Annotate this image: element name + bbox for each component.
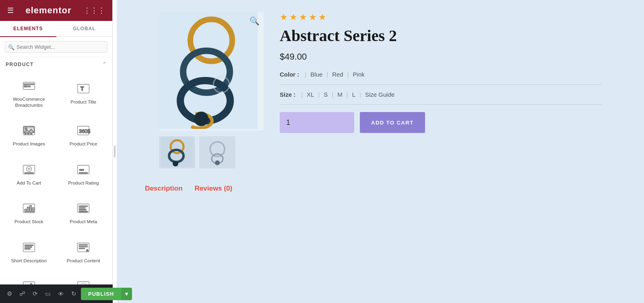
size-divider — [280, 104, 602, 105]
svg-point-62 — [215, 160, 220, 165]
widget-product-stock[interactable]: Product Stock — [2, 193, 56, 230]
size-s[interactable]: S — [324, 91, 328, 98]
svg-rect-35 — [25, 247, 32, 247]
star-2: ★ — [289, 12, 297, 23]
tab-description[interactable]: Description — [145, 185, 183, 195]
resize-handle[interactable] — [113, 0, 117, 303]
history-button[interactable]: ⟳ — [30, 288, 41, 299]
publish-arrow-button[interactable]: ▼ — [121, 288, 132, 300]
svg-rect-22 — [79, 172, 88, 173]
svg-rect-11 — [27, 133, 29, 134]
svg-rect-34 — [25, 245, 33, 245]
color-sep-2: | — [326, 71, 328, 78]
color-pink[interactable]: Pink — [353, 71, 365, 78]
main-content: 🔍 — [117, 0, 644, 303]
product-thumbnails — [159, 136, 264, 168]
product-images-column: 🔍 — [159, 12, 264, 168]
widget-product-content[interactable]: A Product Content — [57, 232, 110, 270]
size-l[interactable]: L — [352, 91, 355, 98]
product-rating-icon: *** — [74, 162, 93, 178]
product-meta-icon — [74, 200, 93, 216]
grid-icon[interactable]: ⋮⋮⋮ — [83, 6, 105, 15]
widget-short-description[interactable]: Short Description — [2, 232, 56, 270]
svg-text:***: *** — [79, 168, 84, 172]
add-to-cart-button[interactable]: ADD TO CART — [360, 112, 425, 133]
star-3: ★ — [299, 12, 307, 23]
color-blue[interactable]: Blue — [310, 71, 322, 78]
svg-text:360$: 360$ — [79, 129, 90, 135]
short-description-icon — [19, 239, 39, 255]
product-svg-art — [159, 12, 258, 129]
preview-button[interactable]: 👁 — [55, 288, 67, 299]
product-details-column: ★ ★ ★ ★ ★ Abstract Series 2 $49.00 Color… — [280, 12, 602, 168]
size-sep-4: | — [359, 91, 361, 98]
size-xl[interactable]: XL — [307, 91, 314, 98]
layers-button[interactable]: ☍ — [17, 288, 28, 299]
widget-label: WooCommerce Breadcrumbs — [6, 96, 52, 108]
product-content-icon: A — [74, 239, 93, 255]
search-input[interactable] — [5, 41, 107, 53]
breadcrumb-icon: ≡ — [19, 78, 39, 94]
svg-rect-10 — [24, 133, 26, 134]
search-icon: 🔍 — [8, 44, 14, 50]
widget-label: Short Description — [11, 258, 47, 264]
svg-rect-39 — [79, 246, 88, 247]
color-divider — [280, 84, 602, 85]
bottom-toolbar: ⚙ ☍ ⟳ ▭ 👁 ↻ PUBLISH ▼ — [0, 284, 113, 303]
widget-product-title[interactable]: T Product Title — [57, 71, 110, 114]
widget-product-images[interactable]: Product Images — [2, 115, 56, 153]
product-price-icon: 360$ — [74, 122, 93, 139]
svg-rect-2 — [24, 83, 34, 85]
star-4: ★ — [309, 12, 317, 23]
svg-point-53 — [194, 112, 208, 126]
widget-product-meta[interactable]: Product Meta — [57, 193, 110, 230]
color-red[interactable]: Red — [332, 71, 343, 78]
size-sep-1: | — [318, 91, 320, 98]
widget-woocommerce-breadcrumbs[interactable]: ≡ WooCommerce Breadcrumbs — [2, 71, 56, 114]
tab-global[interactable]: GLOBAL — [56, 21, 113, 36]
size-m[interactable]: M — [337, 91, 343, 98]
widget-label: Product Meta — [70, 219, 97, 225]
widget-label: Product Stock — [14, 219, 43, 225]
widget-product-price[interactable]: 360$ Product Price — [57, 115, 110, 153]
sidebar-tabs: ELEMENTS GLOBAL — [0, 21, 112, 37]
svg-rect-29 — [79, 206, 88, 207]
svg-text:T: T — [80, 86, 84, 92]
zoom-icon[interactable]: 🔍 — [250, 16, 260, 26]
svg-rect-3 — [24, 86, 30, 87]
settings-button[interactable]: ⚙ — [4, 288, 15, 299]
size-sep-0: | — [301, 91, 303, 98]
thumbnail-1[interactable] — [159, 136, 195, 168]
section-title: PRODUCT — [6, 62, 34, 67]
product-rating: ★ ★ ★ ★ ★ — [280, 12, 602, 23]
sidebar: ☰ elementor ⋮⋮⋮ ELEMENTS GLOBAL 🔍 PRODUC… — [0, 0, 113, 303]
product-color-row: Color : | Blue | Red | Pink — [280, 71, 602, 78]
star-1: ★ — [280, 12, 288, 23]
size-label: Size : — [280, 91, 295, 98]
svg-rect-48 — [159, 12, 258, 129]
widget-add-to-cart[interactable]: Add To Cart — [2, 154, 56, 192]
product-title-icon: T — [74, 81, 93, 97]
svg-rect-30 — [79, 208, 85, 208]
add-to-cart-icon — [19, 162, 39, 178]
responsive-button[interactable]: ▭ — [42, 288, 54, 299]
svg-rect-19 — [25, 172, 33, 174]
svg-rect-27 — [32, 208, 34, 212]
hamburger-icon[interactable]: ☰ — [7, 6, 14, 15]
thumbnail-2[interactable] — [199, 136, 235, 168]
widget-product-rating[interactable]: *** Product Rating — [57, 154, 110, 192]
redo-button[interactable]: ↻ — [68, 288, 79, 299]
product-section-header: PRODUCT ⌃ — [0, 57, 112, 70]
size-guide-link[interactable]: Size Guide — [365, 91, 394, 98]
star-5: ★ — [318, 12, 326, 23]
widget-label: Product Images — [12, 141, 45, 147]
main-product-image[interactable]: 🔍 — [159, 12, 264, 131]
quantity-input[interactable] — [280, 112, 354, 133]
size-sep-3: | — [347, 91, 348, 98]
tab-reviews[interactable]: Reviews (0) — [195, 185, 233, 195]
section-toggle-icon[interactable]: ⌃ — [102, 61, 107, 67]
widget-label: Product Price — [70, 141, 97, 147]
tab-elements[interactable]: ELEMENTS — [0, 21, 56, 37]
svg-rect-38 — [79, 245, 88, 245]
color-sep-3: | — [347, 71, 349, 78]
